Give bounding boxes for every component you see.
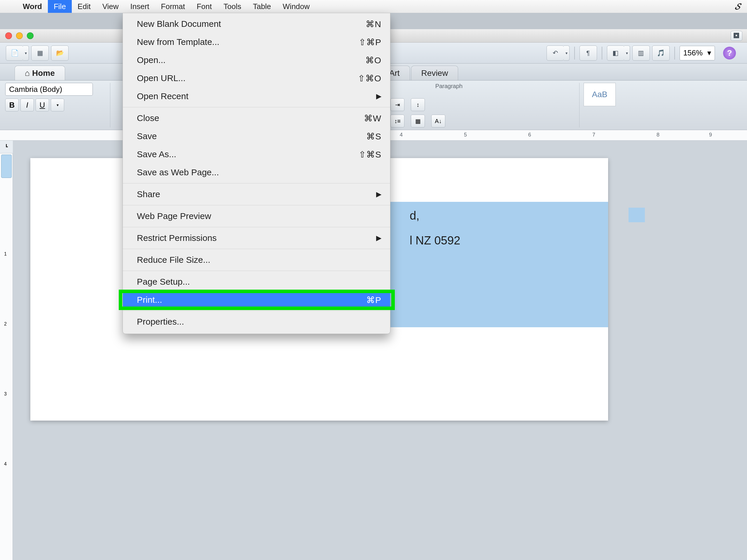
vertical-ruler[interactable]: ┗ 1 2 3 4 — [0, 140, 13, 560]
menu-item-save[interactable]: Save⌘S — [123, 127, 390, 145]
toolbox-button[interactable]: ▥ — [632, 46, 650, 61]
ribbon-styles-group: AaB — [584, 83, 620, 128]
templates-button[interactable]: ▦ — [31, 46, 49, 61]
menu-item-new-from-template[interactable]: New from Template...⇧⌘P — [123, 33, 390, 51]
menu-item-restrict-permissions[interactable]: Restrict Permissions▶ — [123, 229, 390, 247]
undo-button[interactable]: ↶ — [546, 46, 564, 61]
sidebar-toggle-button[interactable]: ◧ — [607, 46, 624, 61]
toolbox-icon[interactable]: 🞒 — [731, 31, 742, 41]
menu-format[interactable]: Format — [155, 0, 191, 13]
text-selection-caret — [628, 208, 645, 222]
undo-dropdown[interactable]: ▾ — [564, 46, 570, 61]
submenu-arrow-icon: ▶ — [376, 92, 381, 100]
menu-item-print[interactable]: Print...⌘P — [123, 291, 390, 309]
traffic-lights — [5, 32, 33, 39]
ribbon-font-group: Cambria (Body) B I U ▾ — [5, 83, 110, 128]
submenu-arrow-icon: ▶ — [376, 234, 381, 242]
menu-view[interactable]: View — [97, 0, 125, 13]
minimize-window-icon[interactable] — [16, 32, 23, 39]
menu-edit[interactable]: Edit — [72, 0, 97, 13]
open-button[interactable]: 📂 — [51, 46, 69, 61]
menu-item-new-blank-document[interactable]: New Blank Document⌘N — [123, 15, 390, 33]
sidebar-dropdown[interactable]: ▾ — [624, 46, 630, 61]
line-spacing-button[interactable]: ↕≡ — [390, 115, 405, 128]
media-browser-button[interactable]: 🎵 — [652, 46, 670, 61]
menu-window[interactable]: Window — [277, 0, 315, 13]
mac-menu-bar: Word File Edit View Insert Format Font T… — [0, 0, 747, 13]
menu-item-open[interactable]: Open...⌘O — [123, 51, 390, 69]
increase-indent-button[interactable]: ⇥ — [390, 98, 405, 111]
menu-app-name[interactable]: Word — [17, 0, 48, 13]
tab-home[interactable]: ⌂ Home — [15, 65, 65, 80]
file-menu-dropdown: New Blank Document⌘NNew from Template...… — [123, 13, 390, 334]
menu-item-close[interactable]: Close⌘W — [123, 109, 390, 127]
menu-item-save-as-web-page[interactable]: Save as Web Page... — [123, 163, 390, 181]
new-document-button[interactable]: 📄 — [6, 46, 23, 61]
doc-line1: d, — [410, 209, 419, 222]
underline-button[interactable]: U — [35, 99, 49, 111]
italic-button[interactable]: I — [20, 99, 34, 111]
menu-item-open-url[interactable]: Open URL...⇧⌘O — [123, 69, 390, 87]
doc-line2: l NZ 0592 — [410, 234, 460, 247]
script-menu-icon[interactable]: 𝓢 — [735, 1, 740, 12]
borders-button[interactable]: ▦ — [411, 115, 425, 128]
underline-dropdown[interactable]: ▾ — [51, 99, 64, 111]
menu-item-properties[interactable]: Properties... — [123, 313, 390, 331]
menu-tools[interactable]: Tools — [218, 0, 247, 13]
sort-button[interactable]: A↓ — [431, 115, 445, 128]
submenu-arrow-icon: ▶ — [376, 190, 381, 198]
menu-file[interactable]: File — [48, 0, 72, 13]
menu-table[interactable]: Table — [247, 0, 277, 13]
tab-selector-icon[interactable]: ┗ — [0, 140, 13, 153]
menu-item-open-recent[interactable]: Open Recent▶ — [123, 87, 390, 105]
menu-item-reduce-file-size[interactable]: Reduce File Size... — [123, 251, 390, 269]
text-direction-button[interactable]: ↕ — [411, 98, 425, 111]
show-formatting-button[interactable]: ¶ — [579, 46, 597, 61]
bold-button[interactable]: B — [5, 99, 19, 111]
tab-review[interactable]: Review — [411, 65, 458, 80]
help-button[interactable]: ? — [723, 47, 736, 59]
style-normal[interactable]: AaB — [584, 83, 616, 106]
menu-item-web-page-preview[interactable]: Web Page Preview — [123, 207, 390, 225]
home-icon: ⌂ — [25, 69, 30, 78]
font-family-select[interactable]: Cambria (Body) — [5, 83, 93, 96]
menu-item-page-setup[interactable]: Page Setup... — [123, 273, 390, 291]
new-document-dropdown[interactable]: ▾ — [23, 46, 29, 61]
close-window-icon[interactable] — [5, 32, 12, 39]
menu-item-save-as[interactable]: Save As...⇧⌘S — [123, 145, 390, 163]
zoom-window-icon[interactable] — [27, 32, 33, 39]
zoom-select[interactable]: 156%▾ — [679, 46, 715, 60]
menu-font[interactable]: Font — [191, 0, 218, 13]
menu-item-share[interactable]: Share▶ — [123, 185, 390, 203]
menu-insert[interactable]: Insert — [125, 0, 155, 13]
